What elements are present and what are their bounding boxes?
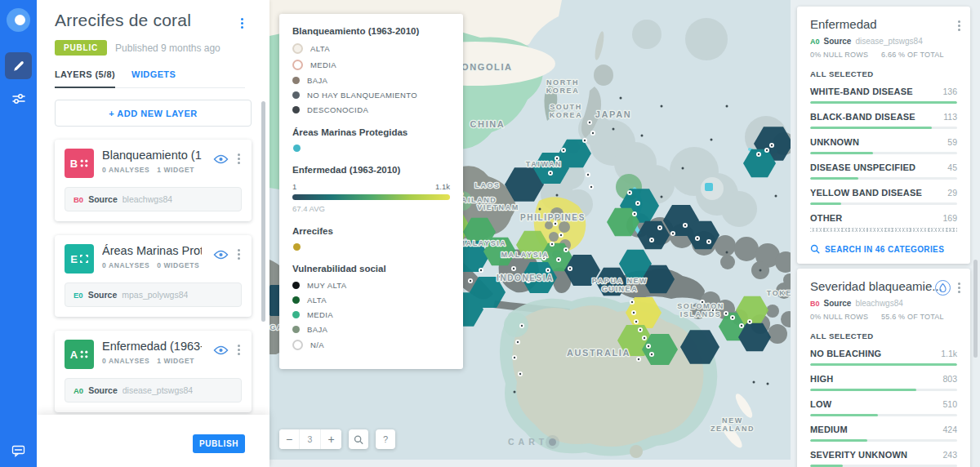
scale-min: 1 xyxy=(292,182,296,191)
category-label: OTHER xyxy=(810,213,843,223)
view-settings-button[interactable] xyxy=(5,85,32,112)
layer-card[interactable]: A Enfermedad (1963-... 0 ANALYSES 1 WIDG… xyxy=(55,331,252,412)
layer-title: Enfermedad (1963-... xyxy=(102,340,202,353)
reef-dot-icon xyxy=(293,243,301,251)
carto-watermark-text: CART xyxy=(508,437,548,447)
toggle-visibility-eye-icon[interactable] xyxy=(213,250,229,260)
project-menu-button[interactable] xyxy=(239,16,245,31)
droplet-icon xyxy=(939,283,947,292)
toggle-visibility-eye-icon[interactable] xyxy=(213,345,229,355)
pencil-icon xyxy=(12,60,25,73)
layer-type-icon: B xyxy=(65,149,94,178)
category-label: BLACK-BAND DISEASE xyxy=(810,112,915,122)
all-selected-label[interactable]: ALL SELECTED xyxy=(810,331,957,340)
search-categories-button[interactable]: SEARCH IN 46 CATEGORIES xyxy=(810,244,957,254)
layer-source[interactable]: B0Sourcebleachwgs84 xyxy=(65,187,242,211)
zoom-out-button[interactable]: − xyxy=(279,429,300,449)
category-label: YELLOW BAND DISEASE xyxy=(810,188,922,198)
category-value: 59 xyxy=(947,137,957,147)
legend-item-label: NO HAY BLANQUEAMIENTO xyxy=(307,91,417,100)
frame-glyph-icon xyxy=(80,255,88,263)
category-label: LOW xyxy=(810,399,831,409)
map-label: AUSTRALIA xyxy=(567,348,630,358)
map-label: SOLOMONISLANDS xyxy=(677,302,724,318)
carto-logo[interactable] xyxy=(7,8,30,32)
tab-widgets[interactable]: WIDGETS xyxy=(131,69,176,87)
category-row[interactable]: DISEASE UNSPECIFIED 45 xyxy=(810,162,957,180)
legend-item: N/A xyxy=(292,340,450,350)
widget-menu-button[interactable] xyxy=(956,280,962,296)
category-row[interactable]: HIGH 803 xyxy=(810,374,957,391)
source-name: bleachwgs84 xyxy=(855,299,902,308)
category-list: NO BLEACHING 1.1k HIGH 803 LOW 510 MEDIU… xyxy=(810,349,957,467)
window-scrollbar[interactable] xyxy=(973,260,978,358)
layer-menu-button[interactable] xyxy=(236,247,242,262)
source-tag: B0 xyxy=(810,300,820,308)
map-legend: Blanqueamiento (1963-2010) ALTA MEDIA BA… xyxy=(279,14,463,369)
all-selected-label[interactable]: ALL SELECTED xyxy=(810,69,957,78)
null-rows: 0% NULL ROWS xyxy=(810,51,868,59)
widget-menu-button[interactable] xyxy=(956,18,962,33)
legend-bleaching-items: ALTA MEDIA BAJA NO HAY BLANQUEAMIENTO DE… xyxy=(292,43,450,114)
edit-mode-button[interactable] xyxy=(5,52,32,79)
category-value: 1.1k xyxy=(941,349,957,358)
category-label: HIGH xyxy=(810,374,833,384)
category-value: 169 xyxy=(942,213,957,223)
legend-item-label: ALTA xyxy=(310,44,330,53)
category-row[interactable]: YELLOW BAND DISEASE 29 xyxy=(810,188,957,205)
layer-meta: 0 ANALYSES 0 WIDGETS xyxy=(102,261,202,269)
category-row[interactable]: BLACK-BAND DISEASE 113 xyxy=(810,112,957,129)
legend-section-title: Vulnerabilidad social xyxy=(292,264,450,274)
carto-dot-icon xyxy=(549,438,556,446)
category-row[interactable]: MEDIUM 424 xyxy=(810,425,957,442)
category-value: 136 xyxy=(942,87,957,96)
legend-item: MEDIA xyxy=(292,60,450,70)
source-name: disease_ptswgs84 xyxy=(855,37,922,46)
toggle-visibility-eye-icon[interactable] xyxy=(213,154,229,164)
legend-item: NO HAY BLANQUEAMIENTO xyxy=(292,91,450,100)
layer-source[interactable]: A0Sourcedisease_ptswgs84 xyxy=(65,378,242,403)
sidebar-scrollbar[interactable] xyxy=(261,101,265,322)
map-help-button[interactable]: ? xyxy=(376,429,395,449)
category-row[interactable]: WHITE-BAND DISEASE 136 xyxy=(810,87,957,104)
map-label: PHILIPPINES xyxy=(520,213,586,222)
map-label: SOUTHKOREA xyxy=(550,103,583,119)
autostyle-button[interactable] xyxy=(935,280,951,296)
category-bar xyxy=(810,177,957,180)
legend-item: ALTA xyxy=(292,296,450,305)
map-label: MALAYSIA xyxy=(501,251,550,259)
layer-title: Blanqueamiento (1... xyxy=(102,149,202,162)
map-label: INDONESIA xyxy=(497,274,554,282)
privacy-badge[interactable]: PUBLIC xyxy=(55,40,107,56)
feedback-button[interactable] xyxy=(5,438,32,465)
publish-button[interactable]: PUBLISH xyxy=(193,434,245,453)
zoom-in-button[interactable]: + xyxy=(321,429,341,449)
layer-card[interactable]: E Áreas Marinas Prot... 0 ANALYSES 0 WID… xyxy=(55,235,252,317)
map-label: NORTHKOREA xyxy=(546,78,580,95)
of-total: 55.6 % OF TOTAL xyxy=(881,313,944,321)
add-new-layer-button[interactable]: + ADD NEW LAYER xyxy=(55,100,252,127)
category-row[interactable]: SEVERITY UNKNOWN 243 xyxy=(810,450,957,467)
layer-menu-button[interactable] xyxy=(236,342,242,358)
category-row[interactable]: LOW 510 xyxy=(810,399,957,416)
chat-bubble-icon xyxy=(11,445,25,457)
category-value: 29 xyxy=(947,188,957,198)
category-label: WHITE-BAND DISEASE xyxy=(810,87,913,96)
layer-menu-button[interactable] xyxy=(236,151,242,167)
category-bar xyxy=(810,202,957,205)
legend-section-title: Áreas Marinas Protegidas xyxy=(292,127,450,137)
legend-item: BAJA xyxy=(292,325,450,334)
category-row[interactable]: OTHER 169 xyxy=(810,213,957,232)
legend-item: ALTA xyxy=(292,43,450,54)
category-value: 243 xyxy=(942,450,957,460)
layer-card[interactable]: B Blanqueamiento (1... 0 ANALYSES 1 WIDG… xyxy=(55,140,252,221)
source-label: Source xyxy=(824,37,852,46)
map-search-button[interactable] xyxy=(349,429,368,449)
category-row[interactable]: UNKNOWN 59 xyxy=(810,137,957,154)
layer-title: Áreas Marinas Prot... xyxy=(102,244,202,257)
layer-source[interactable]: E0Sourcempas_polywgs84 xyxy=(65,282,242,307)
category-row[interactable]: NO BLEACHING 1.1k xyxy=(810,349,957,366)
tab-layers[interactable]: LAYERS (5/8) xyxy=(55,69,115,87)
legend-dot-icon xyxy=(292,60,303,70)
sliders-icon xyxy=(11,92,26,105)
